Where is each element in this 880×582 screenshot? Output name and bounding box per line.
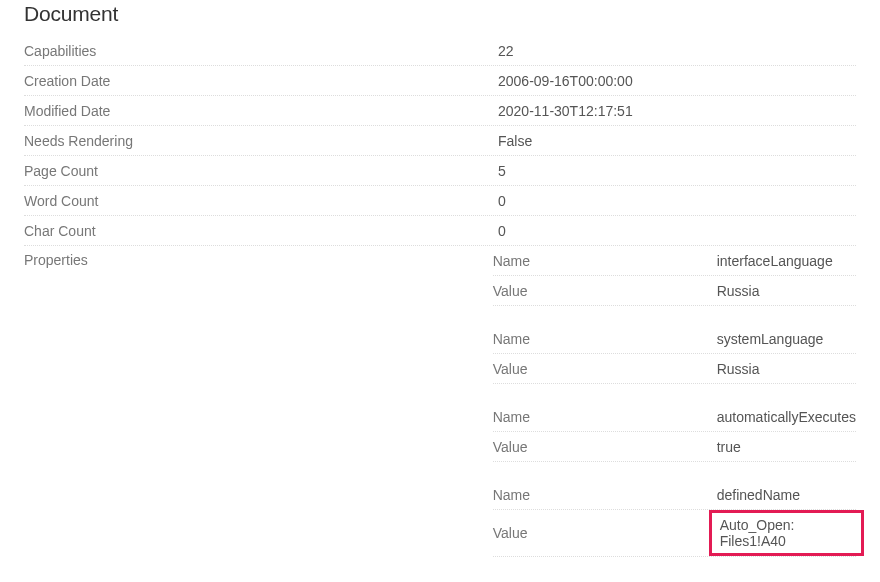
row-modified-date: Modified Date 2020-11-30T12:17:51 — [24, 96, 856, 126]
property-value-row: Value Russia — [493, 276, 856, 306]
property-value-value: Russia — [717, 357, 856, 381]
row-char-count: Char Count 0 — [24, 216, 856, 246]
value-word-count: 0 — [498, 189, 856, 213]
label-char-count: Char Count — [24, 219, 498, 243]
value-capabilities: 22 — [498, 39, 856, 63]
row-properties: Properties Name interfaceLanguage Value … — [24, 246, 856, 557]
property-name-value: definedName — [717, 483, 856, 507]
property-value-row: Value Auto_Open: Files1!A40 — [493, 510, 856, 557]
property-name-row: Name definedName — [493, 480, 856, 510]
label-properties: Properties — [24, 246, 493, 268]
section-title: Document — [24, 2, 856, 26]
property-value-value: Auto_Open: Files1!A40 — [717, 510, 856, 556]
property-value-value: true — [717, 435, 856, 459]
property-value-label: Value — [493, 521, 717, 545]
property-name-value: automaticallyExecutes — [717, 405, 856, 429]
highlight-defined-name: Auto_Open: Files1!A40 — [709, 510, 864, 556]
property-name-label: Name — [493, 249, 717, 273]
row-word-count: Word Count 0 — [24, 186, 856, 216]
row-page-count: Page Count 5 — [24, 156, 856, 186]
value-page-count: 5 — [498, 159, 856, 183]
property-name-value: systemLanguage — [717, 327, 856, 351]
value-needs-rendering: False — [498, 129, 856, 153]
properties-body: Name interfaceLanguage Value Russia Name… — [493, 246, 856, 557]
row-needs-rendering: Needs Rendering False — [24, 126, 856, 156]
label-modified-date: Modified Date — [24, 99, 498, 123]
label-creation-date: Creation Date — [24, 69, 498, 93]
property-name-value: interfaceLanguage — [717, 249, 856, 273]
value-modified-date: 2020-11-30T12:17:51 — [498, 99, 856, 123]
property-name-label: Name — [493, 327, 717, 351]
property-value-row: Value true — [493, 432, 856, 462]
property-group-0: Name interfaceLanguage Value Russia — [493, 246, 856, 306]
document-section: Document Capabilities 22 Creation Date 2… — [0, 2, 880, 582]
property-value-row: Value Russia — [493, 354, 856, 384]
property-group-3: Name definedName Value Auto_Open: Files1… — [493, 480, 856, 557]
property-value-label: Value — [493, 279, 717, 303]
label-page-count: Page Count — [24, 159, 498, 183]
property-name-row: Name systemLanguage — [493, 324, 856, 354]
label-capabilities: Capabilities — [24, 39, 498, 63]
value-char-count: 0 — [498, 219, 856, 243]
label-word-count: Word Count — [24, 189, 498, 213]
value-creation-date: 2006-09-16T00:00:00 — [498, 69, 856, 93]
row-creation-date: Creation Date 2006-09-16T00:00:00 — [24, 66, 856, 96]
property-name-row: Name interfaceLanguage — [493, 246, 856, 276]
property-name-label: Name — [493, 483, 717, 507]
property-value-label: Value — [493, 435, 717, 459]
label-needs-rendering: Needs Rendering — [24, 129, 498, 153]
row-capabilities: Capabilities 22 — [24, 36, 856, 66]
property-name-row: Name automaticallyExecutes — [493, 402, 856, 432]
property-group-2: Name automaticallyExecutes Value true — [493, 402, 856, 462]
property-group-1: Name systemLanguage Value Russia — [493, 324, 856, 384]
property-value-label: Value — [493, 357, 717, 381]
property-value-value: Russia — [717, 279, 856, 303]
property-name-label: Name — [493, 405, 717, 429]
